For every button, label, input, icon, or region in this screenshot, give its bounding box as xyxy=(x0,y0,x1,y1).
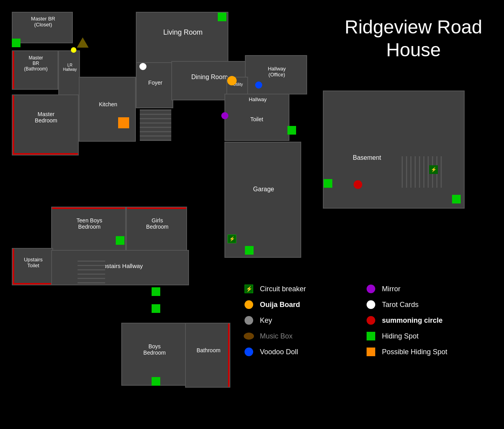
room-kitchen: Kitchen xyxy=(79,77,136,142)
room-lr-hallway: LRHallway xyxy=(58,50,80,98)
room-teen-boys: Teen BoysBedroom xyxy=(51,207,126,252)
room-hallway-office: Hallway(Office) xyxy=(245,55,307,94)
legend-label-summoning: summoning circle xyxy=(382,316,443,325)
hiding-spot-garage-bottom xyxy=(245,246,254,255)
legend-item-tarot: Tarot Cards xyxy=(365,299,447,310)
legend-label-mirror: Mirror xyxy=(382,285,400,293)
legend-label-hiding: Hiding Spot xyxy=(382,332,419,340)
room-living-room: Living Room xyxy=(136,12,228,63)
triangle-marker xyxy=(77,37,89,48)
hiding-spot-basement-left xyxy=(324,179,332,188)
hiding-spot-boys-bedroom xyxy=(152,304,160,313)
legend-item-voodoo: Voodoo Doll xyxy=(243,346,306,357)
room-master-br-closet: Master BR(Closet) xyxy=(12,12,73,43)
legend-item-mirror: Mirror xyxy=(365,283,447,294)
hiding-spot-upstairs-hallway xyxy=(152,287,160,296)
legend-item-possible: Possible Hiding Spot xyxy=(365,346,447,357)
legend-label-musicbox: Music Box xyxy=(260,332,293,340)
legend-item-circuit: ⚡ Circuit breaker xyxy=(243,283,306,294)
ouija-board-marker xyxy=(227,76,237,85)
room-upstairs-hallway: Upstairs Hallway xyxy=(51,250,189,285)
legend-item-hiding: Hiding Spot xyxy=(365,331,447,342)
mirror-marker xyxy=(221,112,228,119)
page-title: Ridgeview Road House xyxy=(343,16,484,61)
room-hallway: Hallway Toilet xyxy=(224,94,289,141)
legend-item-ouija: Ouija Board xyxy=(243,299,306,310)
yellow-dot xyxy=(71,47,76,53)
legend-label-voodoo: Voodoo Doll xyxy=(260,348,298,356)
room-boys-bedroom: BoysBedroom xyxy=(121,323,186,386)
map-container: Ridgeview Road House Master BR(Closet) M… xyxy=(0,0,504,429)
stairs-upstairs xyxy=(78,260,105,283)
stairs-main xyxy=(140,109,171,141)
room-girls-bedroom: GirlsBedroom xyxy=(126,207,187,252)
legend-item-key: Key xyxy=(243,315,306,326)
legend-label-key: Key xyxy=(260,316,272,325)
room-bathroom: Bathroom xyxy=(185,323,230,388)
circuit-breaker-garage: ⚡ xyxy=(228,235,236,243)
legend-label-possible: Possible Hiding Spot xyxy=(382,348,447,356)
tarot-cards-marker xyxy=(139,63,146,70)
hiding-spot-basement-circuit: ⚡ xyxy=(429,165,438,174)
hiding-spot-boys-bedroom-2 xyxy=(152,377,160,386)
room-basement: Basement xyxy=(323,91,465,209)
hiding-spot-living-room-top xyxy=(218,13,226,21)
possible-hiding-kitchen xyxy=(118,117,129,128)
hiding-spot-hallway-right xyxy=(287,126,296,135)
hiding-spot-basement-right xyxy=(452,195,461,203)
room-master-br-bathroom: MasterBR(Bathroom) xyxy=(12,50,58,90)
legend-label-circuit: Circuit breaker xyxy=(260,285,306,293)
stairs-basement xyxy=(402,156,445,188)
legend-label-tarot: Tarot Cards xyxy=(382,301,419,309)
room-upstairs-toilet: UpstairsToilet xyxy=(12,248,53,285)
legend-item-summoning: summoning circle xyxy=(365,315,447,326)
voodoo-doll-marker xyxy=(255,81,262,89)
hiding-spot-master-br xyxy=(12,39,20,47)
legend-item-musicbox: Music Box xyxy=(243,331,306,342)
hiding-spot-teen-boys xyxy=(116,236,124,245)
legend-label-ouija: Ouija Board xyxy=(260,301,300,309)
summoning-circle-marker xyxy=(354,180,362,189)
room-master-bedroom: MasterBedroom xyxy=(12,94,79,155)
